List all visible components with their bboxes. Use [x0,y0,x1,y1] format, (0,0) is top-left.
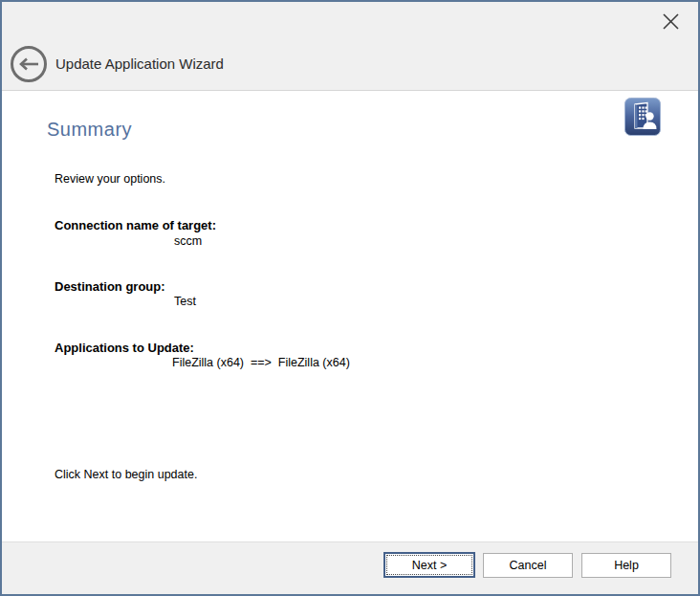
hint-text: Click Next to begin update. [55,468,197,481]
wizard-content: Summary Review your options. [2,92,698,541]
intro-text: Review your options. [55,172,165,186]
field-label-connection: Connection name of target: [55,218,216,232]
next-button-label: Next > [412,559,447,572]
update-application-wizard-window: Update Application Wizard Summary [0,0,700,596]
help-button-label: Help [614,559,639,572]
field-value-destination-group: Test [174,295,196,308]
cancel-button[interactable]: Cancel [483,553,573,578]
close-button[interactable] [656,8,685,34]
close-icon [662,12,680,31]
back-button[interactable] [11,46,47,82]
field-value-applications: FileZilla (x64) ==> FileZilla (x64) [172,356,350,369]
application-building-user-icon [624,98,661,136]
next-button[interactable]: Next > [383,552,475,578]
field-label-destination-group: Destination group: [55,279,165,294]
field-label-applications: Applications to Update: [55,341,194,355]
wizard-footer: Next > Cancel Help [2,541,698,594]
help-button[interactable]: Help [581,553,671,578]
arrow-left-icon [18,57,39,71]
field-value-connection: sccm [174,234,202,248]
page-title: Summary [47,119,132,141]
cancel-button-label: Cancel [510,559,547,572]
wizard-title: Update Application Wizard [55,55,224,72]
wizard-header: Update Application Wizard [2,2,698,91]
